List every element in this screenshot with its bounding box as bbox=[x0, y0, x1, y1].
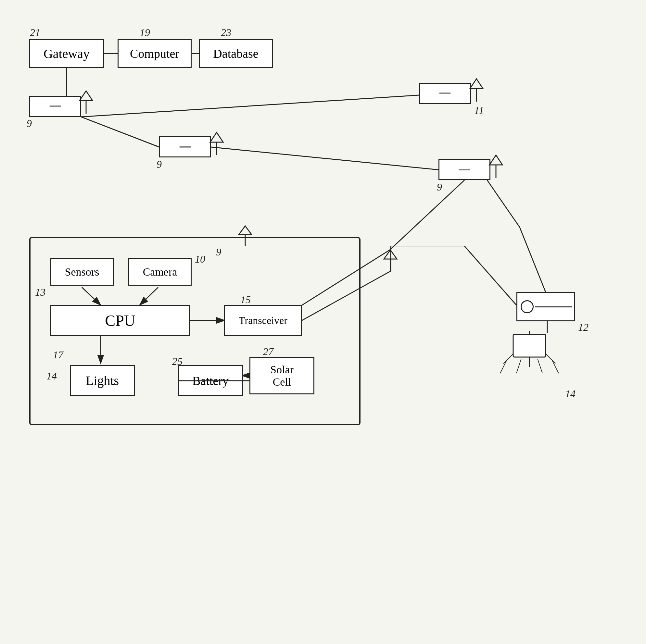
ref-9a: 9 bbox=[27, 118, 32, 130]
ref-9b: 9 bbox=[156, 158, 162, 170]
antenna-9b bbox=[209, 129, 225, 155]
svg-line-37 bbox=[504, 354, 513, 364]
antenna-right-lower bbox=[382, 247, 400, 271]
ref-11: 11 bbox=[474, 105, 484, 117]
spotlight-device bbox=[497, 331, 562, 396]
svg-line-42 bbox=[538, 359, 542, 373]
node11-box: ━━ bbox=[419, 83, 471, 104]
ref-19: 19 bbox=[140, 27, 150, 39]
ref-14b: 14 bbox=[565, 388, 575, 400]
solar-cell-label: SolarCell bbox=[270, 364, 294, 388]
solar-battery-arrow bbox=[178, 379, 249, 382]
ref-15: 15 bbox=[240, 294, 251, 306]
node9c-box: ━━ bbox=[438, 159, 491, 180]
camera-device-box bbox=[516, 292, 575, 321]
transceiver-box: Transceiver bbox=[224, 305, 302, 336]
diagram: Gateway 21 Computer 19 Database 23 ━━ 9 … bbox=[0, 0, 646, 644]
database-box: Database bbox=[199, 39, 273, 68]
svg-line-8 bbox=[390, 180, 464, 250]
computer-box: Computer bbox=[118, 39, 192, 68]
ref-13: 13 bbox=[35, 286, 45, 298]
svg-line-32 bbox=[464, 246, 516, 305]
computer-label: Computer bbox=[130, 46, 179, 61]
svg-line-40 bbox=[500, 360, 507, 373]
antenna-9a bbox=[78, 88, 94, 114]
svg-line-43 bbox=[552, 360, 559, 373]
ref-27: 27 bbox=[263, 346, 274, 358]
svg-line-11 bbox=[520, 227, 546, 292]
svg-line-10 bbox=[487, 180, 520, 227]
svg-line-7 bbox=[211, 147, 438, 170]
camera-lens bbox=[521, 300, 534, 313]
lights-label: Lights bbox=[86, 373, 119, 388]
svg-marker-23 bbox=[470, 79, 483, 89]
svg-line-5 bbox=[81, 117, 159, 147]
ref-25: 25 bbox=[172, 356, 183, 367]
ref-17: 17 bbox=[53, 349, 63, 361]
svg-marker-31 bbox=[384, 250, 397, 259]
solar-cell-box: SolarCell bbox=[249, 357, 314, 394]
cpu-label: CPU bbox=[105, 311, 135, 330]
camera-body bbox=[535, 306, 572, 307]
svg-line-6 bbox=[81, 95, 419, 117]
svg-marker-25 bbox=[490, 155, 503, 165]
ref-12: 12 bbox=[578, 321, 588, 333]
camera-label: Camera bbox=[143, 266, 177, 278]
svg-marker-21 bbox=[210, 132, 223, 142]
svg-rect-36 bbox=[513, 334, 546, 357]
transceiver-label: Transceiver bbox=[239, 314, 288, 327]
ref-21: 21 bbox=[30, 27, 40, 39]
cam-to-spot-line bbox=[546, 321, 549, 333]
camera-box: Camera bbox=[128, 258, 192, 286]
svg-marker-19 bbox=[80, 91, 93, 101]
svg-marker-27 bbox=[239, 226, 252, 235]
ref-23: 23 bbox=[221, 27, 231, 39]
ref-9c: 9 bbox=[437, 181, 442, 193]
gateway-label: Gateway bbox=[43, 46, 90, 61]
antenna-9c bbox=[488, 152, 504, 178]
sensors-box: Sensors bbox=[50, 258, 114, 286]
node9a-box: ━━ bbox=[29, 96, 81, 117]
node9b-box: ━━ bbox=[159, 136, 211, 157]
cpu-box: CPU bbox=[50, 305, 190, 336]
sensors-label: Sensors bbox=[65, 266, 99, 278]
ref-14-lights: 14 bbox=[46, 370, 57, 382]
antenna-11 bbox=[468, 76, 484, 102]
database-label: Database bbox=[213, 46, 258, 61]
lights-box: Lights bbox=[70, 365, 135, 396]
gateway-box: Gateway bbox=[29, 39, 104, 68]
svg-line-39 bbox=[546, 354, 555, 364]
svg-line-41 bbox=[516, 359, 521, 373]
ref-10: 10 bbox=[195, 253, 205, 265]
